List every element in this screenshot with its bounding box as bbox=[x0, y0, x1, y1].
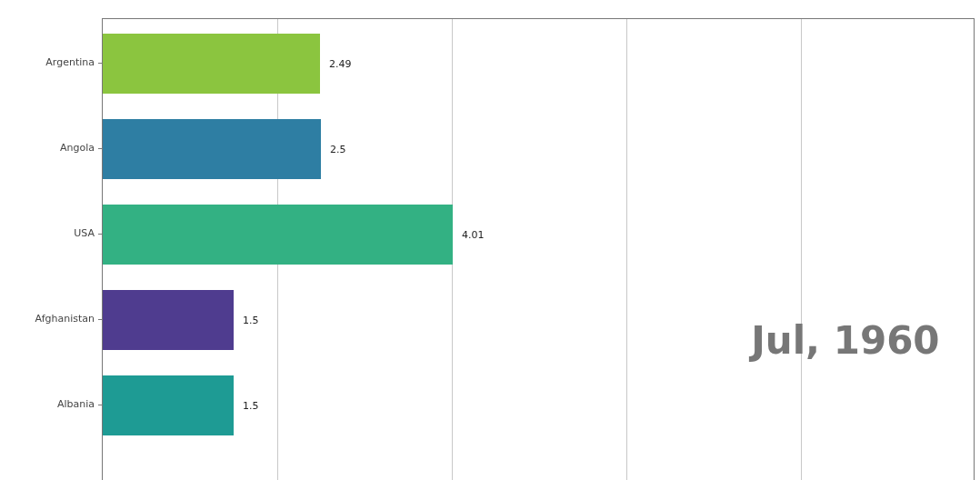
bar bbox=[103, 375, 234, 435]
bar-row: 4.01 bbox=[103, 192, 974, 277]
bar-row: 2.49 bbox=[103, 21, 974, 106]
bar-value-label: 1.5 bbox=[234, 375, 259, 435]
bar bbox=[103, 205, 453, 265]
y-tick bbox=[98, 63, 102, 64]
bar bbox=[103, 119, 321, 179]
y-tick bbox=[98, 234, 102, 235]
bar-value-label: 2.5 bbox=[321, 119, 346, 179]
bar-value-label: 2.49 bbox=[320, 34, 352, 94]
bar-row: 2.5 bbox=[103, 106, 974, 192]
bar-value-label: 4.01 bbox=[453, 205, 485, 265]
bar-row: 1.5 bbox=[103, 363, 974, 448]
plot-area: 2.492.54.011.51.5 bbox=[102, 18, 975, 480]
bar bbox=[103, 34, 320, 94]
y-tick-label: Angola bbox=[0, 142, 95, 154]
y-tick-label: Argentina bbox=[0, 56, 95, 68]
y-tick-label: Albania bbox=[0, 398, 95, 410]
y-tick-label: USA bbox=[0, 227, 95, 239]
y-tick bbox=[98, 405, 102, 405]
chart-annotation: Jul, 1960 bbox=[0, 318, 940, 363]
y-tick bbox=[98, 148, 102, 149]
chart-container: 2.492.54.011.51.5 ArgentinaAngolaUSAAfgh… bbox=[0, 0, 980, 480]
